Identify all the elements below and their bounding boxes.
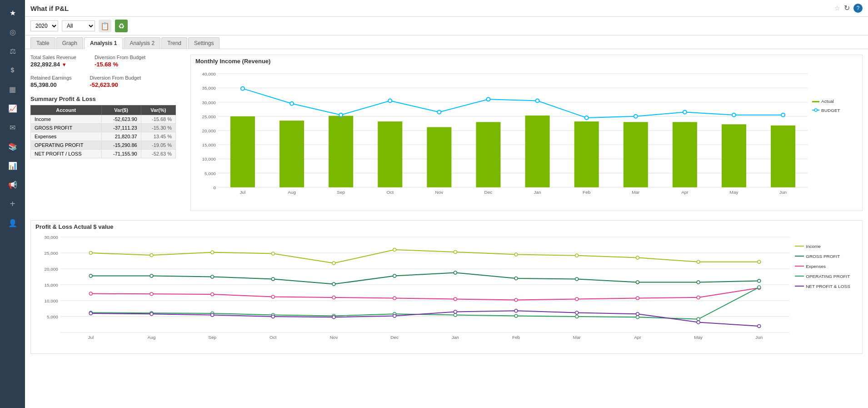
pnl-chart-wrapper: Profit & Loss Actual $ value 5,00010,000… [30,220,863,354]
svg-point-79 [514,253,518,256]
sidebar-item-mail[interactable]: ✉ [5,119,21,136]
tab-settings[interactable]: Settings [188,37,219,49]
svg-text:Oct: Oct [269,335,277,340]
svg-point-102 [454,297,457,301]
pnl-chart-svg: 5,00010,00015,00020,00025,00030,000JulAu… [31,230,862,348]
page-title: What if P&L [30,5,831,12]
pnl-chart: Profit & Loss Actual $ value 5,00010,000… [30,220,863,354]
svg-rect-23 [476,122,500,187]
svg-point-77 [393,248,396,252]
svg-text:Apr: Apr [681,190,688,195]
sidebar-item-favorites[interactable]: ★ [5,5,21,21]
svg-text:35,000: 35,000 [202,86,216,91]
svg-point-97 [150,292,153,296]
svg-rect-54 [812,101,819,102]
filter-select[interactable]: All Budget Actual [62,20,95,31]
tab-trend[interactable]: Trend [161,37,187,49]
svg-point-99 [271,295,274,298]
col-var-dollar: Var($) [101,106,141,115]
svg-rect-19 [279,121,304,187]
summary-table: Account Var($) Var(%) Income-52,623.90-1… [30,105,176,158]
star-icon[interactable]: ☆ [834,5,840,12]
svg-point-75 [271,252,274,255]
svg-text:15,000: 15,000 [202,142,216,147]
col-var-pct: Var(%) [141,106,175,115]
kpi-diversion2: Diversion From Budget -52,623.90 [90,75,141,88]
monthly-income-chart: Monthly Income (Revenue) 05,00010,00015,… [190,55,863,211]
svg-text:Feb: Feb [512,335,520,340]
refresh-data-button[interactable]: ♻ [115,20,128,32]
svg-text:Apr: Apr [634,335,641,340]
svg-point-119 [758,286,761,289]
svg-text:Nov: Nov [435,190,444,195]
svg-point-30 [241,87,244,91]
svg-text:Dec: Dec [484,190,493,195]
svg-point-125 [393,314,396,317]
sidebar-item-balance[interactable]: ⚖ [5,43,21,59]
svg-point-122 [211,313,214,317]
kpi-summary-panel: Total Sales Revenue 282,892.84 ▼ Diversi… [30,55,185,217]
svg-text:Oct: Oct [387,190,394,195]
svg-text:Actual: Actual [821,99,834,104]
svg-point-98 [211,292,214,296]
tab-analysis1[interactable]: Analysis 1 [84,37,123,49]
svg-text:Feb: Feb [583,190,591,195]
svg-point-104 [575,297,579,301]
svg-text:Jun: Jun [755,335,763,340]
svg-point-92 [575,277,579,281]
down-arrow-icon: ▼ [62,62,67,67]
svg-text:25,000: 25,000 [202,114,216,119]
sidebar-item-grid[interactable]: ▦ [5,81,21,97]
svg-point-117 [636,316,639,319]
svg-point-120 [89,312,92,315]
svg-text:Sep: Sep [337,190,345,195]
svg-point-115 [514,314,518,317]
header-actions: ↻ ? [844,4,863,13]
year-select[interactable]: 2020 2019 2021 [30,20,58,31]
sidebar-item-add[interactable]: + [5,196,21,212]
diversion2-label: Diversion From Budget [90,75,141,81]
total-sales-label: Total Sales Revenue [30,55,76,60]
svg-point-116 [575,315,579,318]
sidebar-item-profile[interactable]: 👤 [5,215,21,231]
tab-table[interactable]: Table [30,37,55,49]
table-row: GROSS PROFIT-37,111.23-15.30 % [31,124,176,132]
svg-point-131 [758,324,761,327]
svg-text:Jul: Jul [88,335,94,340]
svg-point-86 [211,275,214,278]
charts-layout: Total Sales Revenue 282,892.84 ▼ Diversi… [30,55,863,217]
svg-point-78 [454,250,457,253]
svg-point-88 [332,282,335,286]
copy-button[interactable]: 📋 [99,20,111,32]
sidebar-item-library[interactable]: 📚 [5,138,21,155]
sidebar: ★ ◎ ⚖ $ ▦ 📈 ✉ 📚 📊 📢 + 👤 [0,0,25,408]
monthly-chart-area: Monthly Income (Revenue) 05,00010,00015,… [190,55,863,217]
svg-text:Jan: Jan [534,190,541,195]
svg-point-41 [781,113,785,117]
sidebar-item-announcements[interactable]: 📢 [5,176,21,193]
sidebar-item-finance[interactable]: $ [5,62,21,78]
svg-point-32 [339,113,343,117]
retained-value: 85,398.00 [30,81,72,88]
sidebar-item-chart[interactable]: 📈 [5,100,21,116]
svg-point-118 [697,317,700,321]
svg-point-130 [697,321,700,324]
svg-text:10,000: 10,000 [202,156,216,161]
svg-rect-28 [722,124,746,187]
tab-graph[interactable]: Graph [56,37,83,49]
sidebar-item-reports[interactable]: 📊 [5,157,21,174]
svg-text:30,000: 30,000 [44,235,58,240]
svg-text:Sep: Sep [208,335,216,340]
svg-text:BUDGET: BUDGET [821,108,840,113]
svg-text:GROSS PROFIT: GROSS PROFIT [806,254,840,259]
diversion2-value: -52,623.90 [90,81,141,88]
refresh-icon[interactable]: ↻ [844,4,850,13]
tab-analysis2[interactable]: Analysis 2 [124,37,160,49]
svg-point-82 [697,260,700,263]
svg-text:NET PROFIT & LOSS: NET PROFIT & LOSS [806,284,850,289]
help-icon[interactable]: ? [853,4,863,13]
svg-point-101 [393,297,396,300]
sidebar-item-dashboard[interactable]: ◎ [5,24,21,40]
retained-label: Retained Earnings [30,75,72,81]
total-sales-value: 282,892.84 ▼ [30,61,76,68]
